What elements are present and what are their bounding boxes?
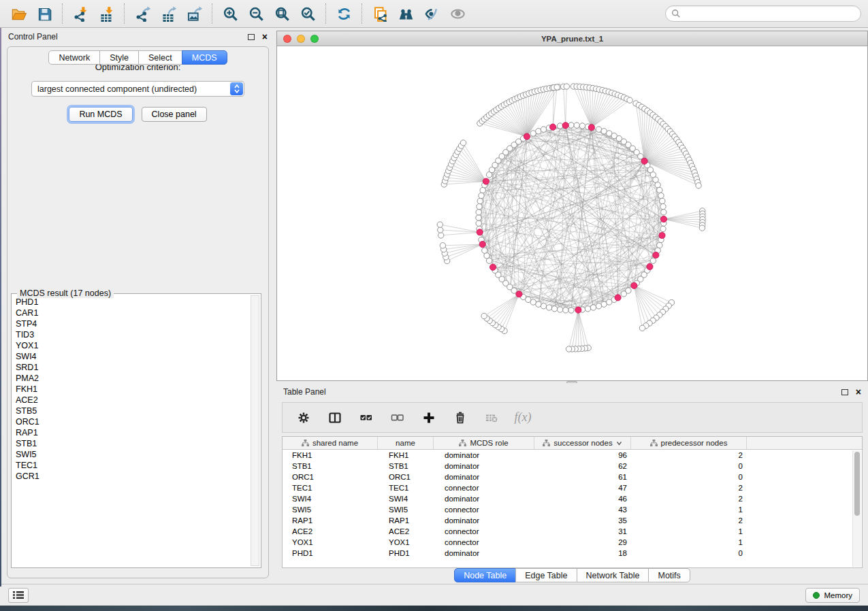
- network-window-titlebar[interactable]: YPA_prune.txt_1: [277, 31, 867, 46]
- close-panel-icon[interactable]: ×: [262, 33, 268, 40]
- function-builder-button[interactable]: f(x): [515, 410, 530, 425]
- mcds-node-item[interactable]: STB1: [16, 438, 250, 449]
- mcds-node-item[interactable]: ORC1: [16, 416, 250, 427]
- mcds-node-item[interactable]: STB5: [16, 406, 250, 416]
- hide-selected-button[interactable]: [419, 3, 445, 24]
- import-table-button[interactable]: [93, 3, 119, 24]
- close-window-light[interactable]: [283, 35, 291, 43]
- mcds-node-item[interactable]: SWI4: [16, 351, 250, 362]
- table-row[interactable]: PHD1PHD1dominator180: [283, 548, 862, 559]
- mcds-node-item[interactable]: SRD1: [16, 362, 250, 373]
- search-input[interactable]: [681, 9, 855, 18]
- network-canvas[interactable]: [277, 46, 867, 380]
- table-cell: ACE2: [378, 527, 434, 535]
- mcds-node-item[interactable]: TID3: [16, 329, 250, 340]
- zoom-in-button[interactable]: [217, 3, 243, 24]
- table-row[interactable]: ORC1ORC1dominator610: [283, 472, 862, 482]
- table-cell: PHD1: [283, 549, 378, 557]
- zoom-out-button[interactable]: [243, 3, 269, 24]
- tab-select[interactable]: Select: [138, 50, 182, 65]
- float-panel-icon[interactable]: [248, 34, 255, 40]
- close-panel-button[interactable]: Close panel: [142, 107, 207, 122]
- hide-selected-icon: [424, 6, 440, 22]
- show-columns-button[interactable]: [327, 410, 342, 425]
- table-cell: RAP1: [378, 516, 434, 525]
- open-session-button[interactable]: [5, 3, 31, 24]
- refresh-view-icon: [336, 6, 352, 22]
- table-cell: connector: [434, 506, 534, 514]
- zoom-fit-button[interactable]: [269, 3, 295, 24]
- table-cell: dominator: [434, 462, 534, 470]
- table-cell: PHD1: [378, 549, 434, 557]
- tab-node-table[interactable]: Node Table: [454, 568, 516, 582]
- mcds-node-item[interactable]: CAR1: [16, 308, 250, 318]
- search-box: [665, 5, 861, 22]
- export-image-button[interactable]: [181, 3, 207, 24]
- column-settings-button[interactable]: [296, 410, 311, 425]
- import-network-button[interactable]: [67, 3, 93, 24]
- zoom-window-light[interactable]: [310, 35, 319, 43]
- run-mcds-button[interactable]: Run MCDS: [69, 107, 132, 122]
- table-scrollbar-thumb[interactable]: [854, 452, 860, 516]
- deselect-all-button[interactable]: [390, 410, 405, 425]
- export-network-button[interactable]: [129, 3, 155, 24]
- table-scrollbar[interactable]: [852, 450, 861, 567]
- table-row[interactable]: SWI4SWI4dominator462: [283, 493, 862, 504]
- mcds-node-item[interactable]: GCR1: [16, 471, 250, 482]
- clone-network-button[interactable]: [367, 3, 393, 24]
- tab-network[interactable]: Network: [48, 50, 100, 65]
- minimize-window-light[interactable]: [297, 35, 305, 43]
- table-row[interactable]: SWI5SWI5connector431: [283, 504, 862, 515]
- column-label: predecessor nodes: [661, 439, 728, 447]
- tab-mcds[interactable]: MCDS: [182, 50, 227, 65]
- mcds-result-list[interactable]: PHD1CAR1STP4TID3YOX1SWI4SRD1PMA2FKH1ACE2…: [16, 297, 250, 565]
- close-panel-icon[interactable]: ×: [856, 389, 861, 395]
- table-cell: 18: [534, 549, 631, 557]
- show-all-button[interactable]: [445, 3, 470, 24]
- add-row-button[interactable]: [421, 410, 436, 425]
- table-cell: 43: [534, 506, 631, 514]
- column-header-predecessor-nodes[interactable]: predecessor nodes: [631, 437, 747, 449]
- table-row[interactable]: RAP1RAP1dominator352: [283, 515, 862, 526]
- table-row[interactable]: YOX1YOX1connector291: [283, 537, 862, 548]
- mcds-node-item[interactable]: RAP1: [16, 427, 250, 438]
- column-header-shared-name[interactable]: shared name: [283, 437, 378, 449]
- task-history-button[interactable]: [8, 588, 29, 603]
- table-row[interactable]: FKH1FKH1dominator962: [283, 450, 862, 461]
- mcds-node-item[interactable]: FKH1: [16, 384, 250, 395]
- mcds-node-item[interactable]: STP4: [16, 318, 250, 329]
- table-cell: 47: [534, 484, 631, 492]
- zoom-selected-button[interactable]: [295, 3, 321, 24]
- float-panel-icon[interactable]: [841, 389, 848, 395]
- mcds-node-item[interactable]: ACE2: [16, 395, 250, 406]
- refresh-view-button[interactable]: [331, 3, 357, 24]
- save-session-button[interactable]: [31, 3, 57, 24]
- delete-row-button[interactable]: [453, 410, 468, 425]
- tab-network-table[interactable]: Network Table: [577, 568, 649, 582]
- tab-style[interactable]: Style: [99, 50, 139, 65]
- optimization-select[interactable]: largest connected component (undirected): [31, 81, 244, 97]
- memory-button[interactable]: Memory: [805, 588, 860, 603]
- table-row[interactable]: ACE2ACE2connector311: [283, 526, 862, 537]
- mcds-node-item[interactable]: YOX1: [16, 340, 250, 351]
- column-header-MCDS-role[interactable]: MCDS role: [434, 437, 534, 449]
- column-header-name[interactable]: name: [378, 437, 434, 449]
- table-row[interactable]: STB1STB1dominator620: [283, 461, 862, 472]
- select-all-button[interactable]: [359, 410, 374, 425]
- mcds-node-item[interactable]: TEC1: [16, 460, 250, 471]
- tab-edge-table[interactable]: Edge Table: [515, 568, 577, 582]
- export-table-button[interactable]: [155, 3, 181, 24]
- delete-table-button[interactable]: [484, 410, 499, 425]
- table-cell: 2: [631, 495, 747, 503]
- table-cell: dominator: [434, 495, 534, 503]
- mcds-node-item[interactable]: SWI5: [16, 449, 250, 460]
- desktop-wallpaper-sliver: [0, 28, 1, 587]
- mcds-node-item[interactable]: PMA2: [16, 373, 250, 384]
- mcds-list-scrollbar[interactable]: [251, 295, 259, 566]
- table-row[interactable]: TEC1TEC1connector472: [283, 482, 862, 493]
- tab-motifs[interactable]: Motifs: [648, 568, 690, 582]
- mcds-node-item[interactable]: PHD1: [16, 297, 250, 308]
- table-cell: connector: [434, 538, 534, 546]
- column-header-successor-nodes[interactable]: successor nodes: [534, 437, 631, 449]
- find-button[interactable]: [393, 3, 419, 24]
